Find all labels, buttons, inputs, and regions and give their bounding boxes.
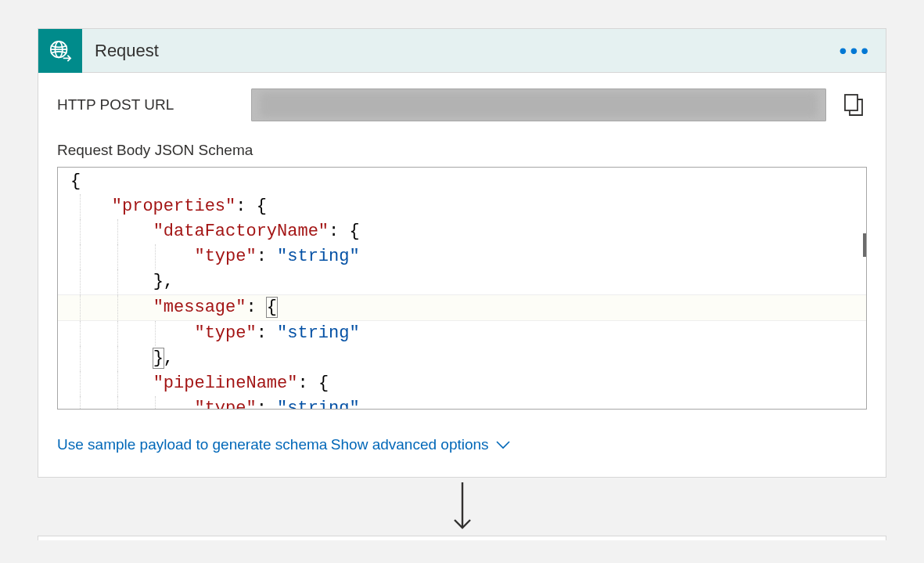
card-body: HTTP POST URL Request Body JSON Schema {… xyxy=(38,73,886,477)
json-schema-editor[interactable]: { "properties": { "dataFactoryName": { "… xyxy=(57,167,867,410)
svg-rect-4 xyxy=(845,95,857,110)
http-post-url-field[interactable] xyxy=(251,88,826,121)
chevron-down-icon xyxy=(495,439,511,450)
show-advanced-options-label: Show advanced options xyxy=(331,436,489,453)
request-card: Request ••• HTTP POST URL Request Body J… xyxy=(38,28,886,478)
code-line: "message": { xyxy=(58,294,866,321)
card-header[interactable]: Request ••• xyxy=(38,29,886,73)
code-line: "pipelineName": { xyxy=(58,371,866,396)
flow-connector-arrow xyxy=(38,481,886,536)
globe-arrow-icon xyxy=(38,29,82,73)
card-more-menu[interactable]: ••• xyxy=(825,38,886,63)
redacted-url-content xyxy=(260,92,818,117)
use-sample-payload-link[interactable]: Use sample payload to generate schema xyxy=(57,436,327,453)
http-post-url-label: HTTP POST URL xyxy=(57,96,237,114)
code-line: }, xyxy=(58,346,866,371)
code-line: "type": "string" xyxy=(58,321,866,346)
card-title[interactable]: Request xyxy=(82,41,825,61)
code-line: { xyxy=(58,169,866,194)
code-line: "type": "string" xyxy=(58,244,866,269)
copy-url-button[interactable] xyxy=(840,92,867,118)
request-body-schema-label: Request Body JSON Schema xyxy=(57,142,867,159)
code-line: }, xyxy=(58,269,866,294)
code-line: "properties": { xyxy=(58,194,866,219)
show-advanced-options-toggle[interactable]: Show advanced options xyxy=(331,436,511,453)
next-card-peek xyxy=(38,536,886,540)
code-line: "dataFactoryName": { xyxy=(58,219,866,244)
code-line: "type": "string" xyxy=(58,396,866,410)
http-post-url-row: HTTP POST URL xyxy=(57,88,867,121)
